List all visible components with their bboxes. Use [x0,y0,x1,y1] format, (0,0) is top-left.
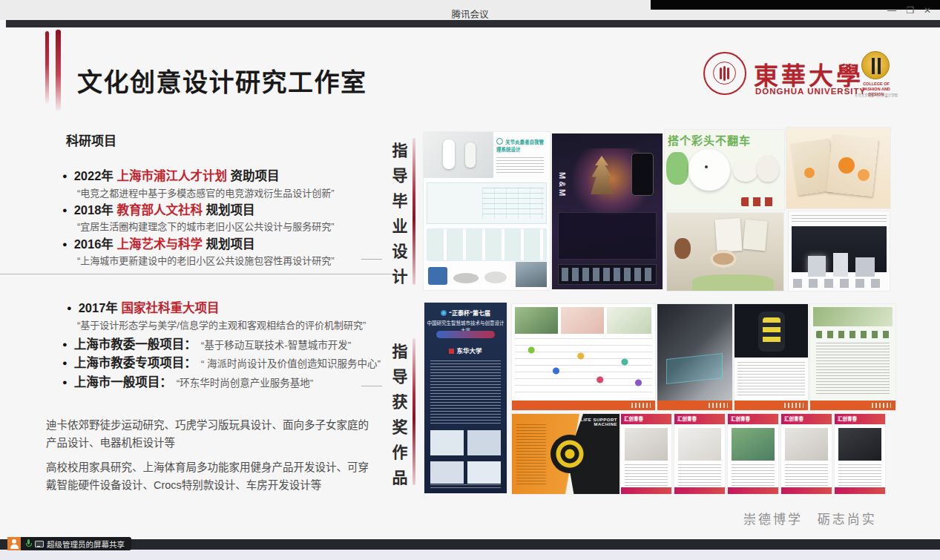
share-label: 超级管理员的屏幕共享 [47,538,125,550]
poster-photo-area [813,307,893,326]
seal-inner [713,62,736,85]
poster-photo-area [607,307,651,334]
red-vertical-line [413,338,415,485]
project-quote: “ 海派时尚设计及价值创造知识服务中心” [201,358,381,369]
poster-header: 汇创青春 [674,414,725,424]
award-poster-huichuang: 汇创青春 [728,414,778,494]
experience-paragraph: 高校校用家具研究、上海体育局多功能家用健身产品开发设计、可穿戴智能硬件设备设计、… [46,458,378,494]
close-button[interactable]: ✕ [921,4,934,17]
project-row: ●上海市教委专项项目：“ 海派时尚设计及价值创造知识服务中心” [62,353,381,371]
plush-toy [733,159,758,182]
college-name-cn: 东华大学服装与艺术设计学院 [853,93,899,97]
award-poster-huichuang: 汇创青春 [621,414,671,494]
share-bubble[interactable]: 超级管理员的屏幕共享 [21,537,131,550]
experience-paragraph: 迪卡侬郊野徒步运动研究、巧虎学习版玩具设计、面向多子女家庭的产品设计、电器机柜设… [46,416,378,452]
competition-banner [436,331,495,338]
minimize-button[interactable]: — [885,4,898,17]
simulated-text [732,464,775,487]
orange-illustration [838,157,855,174]
poster-header: 汇创青春 [835,414,885,424]
title-bar: 腾讯会议 — ❐ ✕ [0,0,940,20]
item-highlight: 上海艺术与科学 [116,237,203,251]
poster-title: M&M [558,172,567,198]
poster-photo-area [515,307,558,334]
bullet-icon: ● [62,171,68,180]
item-highlight: 国家社科重大项目 [121,301,219,314]
display-card [743,220,767,251]
screen-share-indicator[interactable]: 超级管理员的屏幕共享 [7,537,131,550]
research-item: ●2016年 上海艺术与科学 规划项目 [62,234,255,252]
hud-screen [666,353,723,384]
product-photo [484,271,507,283]
university-name-en: DONGHUA UNIVERSITY [755,87,866,96]
slide-title: 文化创意设计研究工作室 [77,62,367,99]
item-highlight: 上海市浦江人才计划 [116,169,227,182]
window-bottom-edge [0,550,940,560]
research-item: ●2018年 教育部人文社科 规划项目 [62,200,255,218]
product-photo [428,267,447,285]
research-item: ●2022年 上海市浦江人才计划 资助项目 [62,166,280,184]
item-prefix: 2018年 [74,203,117,217]
product-photo [453,273,479,283]
orange-illustration [858,169,870,181]
red-brush-stroke [56,30,61,111]
item-suffix: 规划项目 [203,237,255,251]
simulated-text [785,464,828,487]
screen-share-icon [35,540,43,548]
poster-title: LIFE SUPPORT MACHINE [570,418,617,426]
red-cups [741,197,774,206]
poster-photo-area [678,428,721,461]
poster-footer [674,487,725,494]
vertical-label-graduation: 指导毕业设计 [387,142,410,294]
icon-row [793,279,885,288]
item-highlight: 教育部人文社科 [116,203,203,217]
research-item-quote: “电竞之都进程中基于多模态感官的电竞游戏衍生品设计创新” [77,185,335,200]
award-poster-car-interior [657,304,732,410]
thumbnail-row [816,331,890,338]
grad-poster-table-display [667,213,783,291]
red-brush-stroke [45,31,49,104]
grad-poster-mm-city: M&M [552,134,663,289]
poster-panel [558,212,657,260]
tencent-meeting-window: 腾讯会议 — ❐ ✕ 文化创意设计研究工作室 東華大學 DONGHUA UNIV… [0,0,940,560]
maximize-button[interactable]: ❐ [904,4,917,17]
poster-footer [734,401,808,410]
project-label: 上海市一般项目： [74,375,172,389]
item-prefix: 2017年 [79,301,122,314]
green-cloth [692,274,774,291]
seal-petal [720,67,722,79]
device-render [443,139,455,169]
tick-line [361,386,382,386]
project-row: ●上海市教委一般项目：“基于移动互联技术-智慧城市开发” [62,335,351,352]
simulated-text [496,157,544,175]
window-title: 腾讯会议 [0,7,940,21]
display-card [715,218,743,252]
award-poster-huichuang: 汇创青春 [835,414,885,494]
sketch-area [515,338,652,398]
booth [808,256,826,277]
poster-image [467,430,501,455]
presenter-avatar [7,537,21,550]
green-plush [666,152,688,185]
machine-render [550,435,589,473]
research-item-quote: “基于设计形态学与美学/信息学的主观和客观相结合的评价机制研究” [77,317,366,332]
plate-item [710,250,737,268]
grad-poster-plush-toys: 搭个彩头不翻车 [665,130,784,210]
grad-poster-arthritis-system: 关节炎患者自我管理系统设计 [424,132,550,290]
poster-photo-area [732,428,775,461]
exhibition-render [792,226,887,272]
poster-footer [810,401,895,410]
item-prefix: 2016年 [74,237,117,251]
grad-poster-exhibition [789,211,890,291]
item-suffix: 规划项目 [203,203,255,217]
app-screens-row [427,228,547,261]
bullet-icon: ● [62,358,68,367]
plush-toy [757,155,779,182]
simulated-text [625,464,668,487]
poster-header: 汇创青春 [728,414,778,424]
poster-title: 搭个彩头不翻车 [668,132,783,148]
poster-photo-area [561,307,604,334]
project-row: ●上海市一般项目：“环东华时尚创意产业服务基地” [62,372,313,390]
item-prefix: 2022年 [74,169,117,182]
simulated-text [737,362,805,398]
